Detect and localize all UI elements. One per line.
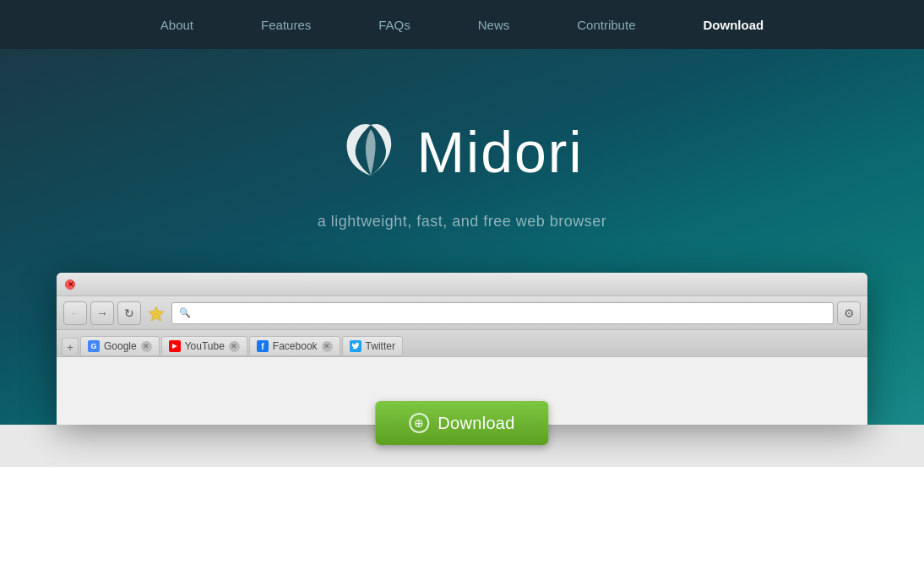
logo-text: Midori [416,119,583,185]
tab-google[interactable]: G Google ✕ [80,336,160,356]
nav-download[interactable]: Download [669,18,797,32]
main-nav: About Features FAQs News Contribute Down… [0,0,924,49]
facebook-favicon: f [257,340,269,352]
new-tab-button[interactable]: + [62,338,79,356]
midori-logo-icon [340,117,401,187]
browser-mockup: ✕ ← → ↻ 🔍 ⚙ + G Google ✕ [57,273,867,425]
reload-button[interactable]: ↻ [117,301,141,325]
tab-google-label: Google [104,340,137,352]
browser-titlebar: ✕ [57,273,867,296]
download-button-wrapper: ⊕ Download [375,401,548,445]
nav-contribute[interactable]: Contribute [543,18,669,32]
tab-youtube[interactable]: ▶ YouTube ✕ [161,336,247,356]
tab-facebook-close[interactable]: ✕ [322,341,333,352]
tab-google-close[interactable]: ✕ [141,341,152,352]
hero-tagline: a lightweight, fast, and free web browse… [318,213,607,230]
hero-section: Midori a lightweight, fast, and free web… [0,49,924,425]
nav-news[interactable]: News [444,18,544,32]
tab-facebook-label: Facebook [273,340,318,352]
search-icon: 🔍 [179,307,191,318]
download-circle-icon: ⊕ [409,413,429,433]
google-favicon: G [88,340,100,352]
tab-twitter[interactable]: Twitter [342,336,403,356]
nav-features[interactable]: Features [227,18,345,32]
tab-youtube-close[interactable]: ✕ [229,341,240,352]
twitter-favicon [350,340,361,352]
close-x-icon: ✕ [68,279,74,290]
svg-marker-0 [149,306,164,321]
forward-button[interactable]: → [90,301,114,325]
download-button[interactable]: ⊕ Download [375,401,548,445]
nav-faqs[interactable]: FAQs [345,18,444,32]
youtube-favicon: ▶ [169,340,181,352]
settings-button[interactable]: ⚙ [837,301,861,325]
browser-toolbar: ← → ↻ 🔍 ⚙ [57,296,867,330]
logo-area: Midori [340,117,583,187]
download-button-label: Download [438,414,514,433]
nav-about[interactable]: About [127,18,227,32]
tab-facebook[interactable]: f Facebook ✕ [249,336,340,356]
back-button[interactable]: ← [63,301,87,325]
address-bar[interactable]: 🔍 [171,302,834,324]
tab-youtube-label: YouTube [185,340,225,352]
tab-twitter-label: Twitter [366,340,395,352]
bookmark-button[interactable] [144,301,168,325]
browser-tabs: + G Google ✕ ▶ YouTube ✕ f Facebook ✕ [57,330,867,357]
